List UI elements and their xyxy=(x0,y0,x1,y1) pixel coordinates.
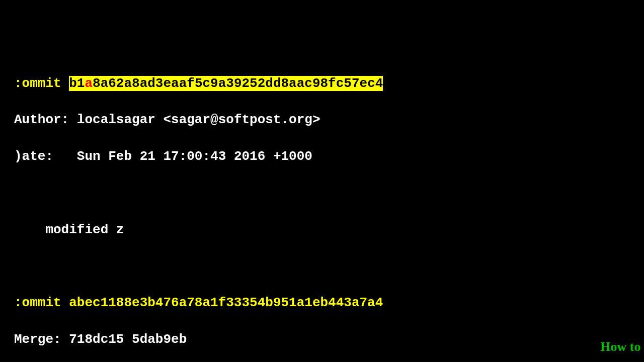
commit-hash: abec1188e3b476a78a1f33354b951a1eb443a7a4 xyxy=(69,295,383,310)
commit-1-date-line: )ate: Sun Feb 21 17:00:43 2016 +1000 xyxy=(14,147,644,165)
cursor-icon: a xyxy=(85,76,93,91)
commit-1-author-line: Author: localsagar <sagar@softpost.org> xyxy=(14,111,644,129)
commit-1-hash-line: :ommit b1a8a62a8ad3eaaf5c9a39252dd8aac98… xyxy=(14,74,644,93)
blank-line xyxy=(14,184,644,202)
commit-label: :ommit xyxy=(14,76,69,91)
blank-line xyxy=(14,257,644,275)
commit-hash-highlighted[interactable]: b1a8a62a8ad3eaaf5c9a39252dd8aac98fc57ec4 xyxy=(69,76,383,91)
commit-2-merge-line: Merge: 718dc15 5dab9eb xyxy=(14,330,644,348)
commit-2-hash-line: :ommit abec1188e3b476a78a1f33354b951a1eb… xyxy=(14,294,644,312)
commit-1-message: modified z xyxy=(14,221,644,239)
watermark-text: How to xyxy=(600,338,644,356)
